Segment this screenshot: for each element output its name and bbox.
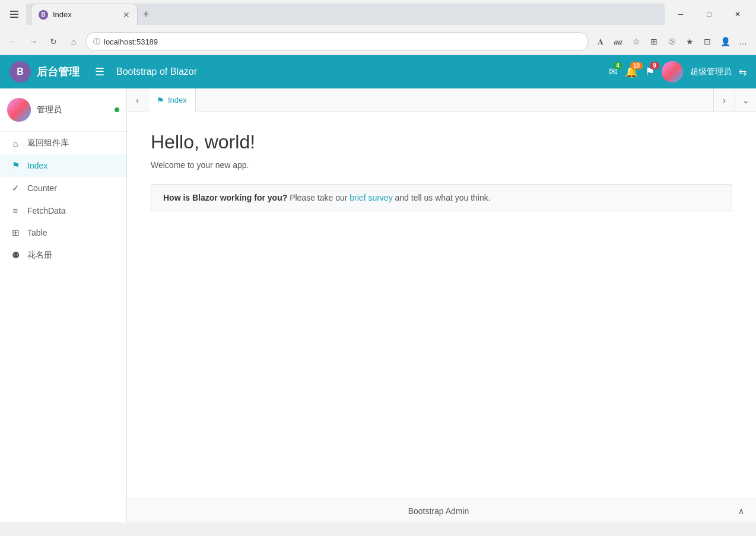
sidebar-username: 管理员 bbox=[37, 104, 109, 115]
scroll-top-button[interactable]: ∧ bbox=[738, 506, 744, 516]
sidebar-button[interactable] bbox=[5, 5, 24, 24]
sidebar-item-label: FetchData bbox=[27, 206, 66, 215]
bell-badge: 10 bbox=[630, 62, 643, 69]
browser-navbar: ← → ↻ ⌂ ⓘ localhost:53189 𝐀 𝒂𝒂 ☆ ⊞ ⧁ ★ ⊡… bbox=[0, 28, 756, 55]
tab-favicon: B bbox=[39, 10, 48, 20]
header-username[interactable]: 超级管理员 bbox=[690, 66, 732, 77]
home-icon: ⌂ bbox=[9, 138, 21, 148]
sidebar-item-home[interactable]: ⌂ 返回组件库 bbox=[0, 132, 126, 154]
sidebar-item-table[interactable]: ⊞ Table bbox=[0, 221, 126, 244]
favorites-add-button[interactable]: ☆ bbox=[628, 33, 644, 50]
survey-box: How is Blazor working for you? Please ta… bbox=[151, 184, 732, 211]
breadcrumb-tab-label: Index bbox=[168, 96, 187, 104]
nav-icons: 𝐀 𝒂𝒂 ☆ ⊞ ⧁ ★ ⊡ 👤 … bbox=[592, 33, 751, 50]
sidebar: 管理员 ⌂ 返回组件库 ⚑ Index ✓ Counter ≡ Fe bbox=[0, 88, 127, 522]
index-icon: ⚑ bbox=[9, 160, 21, 171]
profile-button[interactable]: 👤 bbox=[717, 33, 733, 50]
flag-badge: 9 bbox=[650, 62, 659, 69]
close-button[interactable]: ✕ bbox=[724, 5, 751, 24]
url-text: localhost:53189 bbox=[104, 37, 581, 46]
logo-icon: B bbox=[9, 61, 31, 83]
sidebar-avatar-image bbox=[7, 98, 31, 122]
fetchdata-icon: ≡ bbox=[9, 205, 21, 215]
roster-icon: ⚉ bbox=[9, 250, 21, 261]
header-page-title: Bootstrap of Blazor bbox=[116, 66, 197, 77]
sidebar-item-label: Counter bbox=[27, 183, 57, 193]
survey-post-text: and tell us what you think. bbox=[395, 193, 491, 202]
svg-rect-0 bbox=[10, 11, 18, 12]
share-icon[interactable]: ⇆ bbox=[739, 66, 747, 78]
breadcrumb-prev-button[interactable]: ‹ bbox=[127, 88, 148, 112]
favorites-button[interactable]: ★ bbox=[681, 33, 698, 50]
more-button[interactable]: … bbox=[735, 33, 751, 50]
main-content: Hello, world! Welcome to your new app. H… bbox=[127, 112, 756, 499]
sidebar-item-label: 花名册 bbox=[27, 250, 52, 261]
online-status-dot bbox=[115, 107, 119, 112]
app-wrapper: B 后台管理 ☰ Bootstrap of Blazor ✉ 4 🔔 10 ⚑ … bbox=[0, 55, 756, 522]
extensions-button[interactable]: ⧁ bbox=[663, 33, 680, 50]
restore-button[interactable]: □ bbox=[695, 5, 723, 24]
lock-icon: ⓘ bbox=[93, 37, 100, 47]
sidebar-nav: ⌂ 返回组件库 ⚑ Index ✓ Counter ≡ FetchData ⊞ bbox=[0, 132, 126, 522]
app-title: 后台管理 bbox=[37, 65, 80, 79]
sidebar-item-roster[interactable]: ⚉ 花名册 bbox=[0, 244, 126, 267]
tab-title: Index bbox=[53, 10, 118, 19]
address-bar[interactable]: ⓘ localhost:53189 bbox=[85, 32, 589, 51]
table-icon: ⊞ bbox=[9, 227, 21, 238]
window-controls: ─ □ ✕ bbox=[667, 5, 751, 24]
sidebar-item-index[interactable]: ⚑ Index bbox=[0, 154, 126, 177]
sidebar-item-label: 返回组件库 bbox=[27, 138, 69, 148]
header-right: ✉ 4 🔔 10 ⚑ 9 超级管理员 ⇆ bbox=[609, 61, 747, 83]
bell-icon-group: 🔔 10 bbox=[625, 65, 638, 78]
reload-button[interactable]: ↻ bbox=[45, 33, 62, 50]
browser-titlebar: B Index ✕ + ─ □ ✕ bbox=[0, 0, 756, 28]
sidebar-avatar bbox=[7, 98, 31, 122]
apps-button[interactable]: ⊞ bbox=[646, 33, 662, 50]
sidebar-item-label: Table bbox=[27, 228, 47, 237]
breadcrumb-dropdown-button[interactable]: ⌄ bbox=[735, 88, 756, 112]
new-tab-button[interactable]: + bbox=[138, 4, 154, 25]
header-avatar[interactable] bbox=[662, 61, 683, 83]
minimize-button[interactable]: ─ bbox=[667, 5, 694, 24]
forward-button[interactable]: → bbox=[25, 33, 42, 50]
home-button[interactable]: ⌂ bbox=[65, 33, 82, 50]
avatar-image bbox=[662, 61, 683, 83]
back-button[interactable]: ← bbox=[5, 33, 21, 50]
sidebar-user: 管理员 bbox=[0, 88, 126, 132]
collections-button[interactable]: ⊡ bbox=[699, 33, 716, 50]
footer-text: Bootstrap Admin bbox=[139, 506, 738, 516]
content-area: ‹ ⚑ Index › ⌄ Hello, world! Welcome to y… bbox=[127, 88, 756, 522]
email-badge: 4 bbox=[613, 62, 622, 69]
breadcrumb-next-button[interactable]: › bbox=[713, 88, 735, 112]
breadcrumb-tab-index[interactable]: ⚑ Index bbox=[148, 88, 196, 112]
sidebar-item-counter[interactable]: ✓ Counter bbox=[0, 177, 126, 199]
tab-close-button[interactable]: ✕ bbox=[123, 10, 130, 20]
main-heading: Hello, world! bbox=[151, 131, 732, 153]
browser-chrome: B Index ✕ + ─ □ ✕ ← → ↻ ⌂ ⓘ localhost:53… bbox=[0, 0, 756, 55]
counter-icon: ✓ bbox=[9, 183, 21, 194]
email-icon-group: ✉ 4 bbox=[609, 65, 618, 78]
translate-button[interactable]: 𝒂𝒂 bbox=[610, 33, 627, 50]
survey-bold-text: How is Blazor working for you? bbox=[163, 193, 287, 202]
main-layout: 管理员 ⌂ 返回组件库 ⚑ Index ✓ Counter ≡ Fe bbox=[0, 88, 756, 522]
read-aloud-button[interactable]: 𝐀 bbox=[592, 33, 609, 50]
breadcrumb-tab-icon: ⚑ bbox=[157, 96, 164, 105]
survey-pre-text: Please take our bbox=[290, 193, 350, 202]
sidebar-item-fetchdata[interactable]: ≡ FetchData bbox=[0, 199, 126, 221]
breadcrumb-bar: ‹ ⚑ Index › ⌄ bbox=[127, 88, 756, 112]
main-subtitle: Welcome to your new app. bbox=[151, 160, 732, 170]
svg-rect-2 bbox=[10, 17, 18, 18]
flag-icon-group: ⚑ 9 bbox=[645, 65, 655, 78]
hamburger-button[interactable]: ☰ bbox=[85, 65, 114, 78]
survey-link[interactable]: brief survey bbox=[350, 193, 395, 202]
app-footer: Bootstrap Admin ∧ bbox=[127, 499, 756, 522]
svg-rect-1 bbox=[10, 14, 18, 15]
browser-tab[interactable]: B Index ✕ bbox=[31, 4, 138, 25]
header-logo: B 后台管理 bbox=[9, 61, 85, 83]
app-header: B 后台管理 ☰ Bootstrap of Blazor ✉ 4 🔔 10 ⚑ … bbox=[0, 55, 756, 88]
sidebar-item-label: Index bbox=[27, 161, 47, 170]
